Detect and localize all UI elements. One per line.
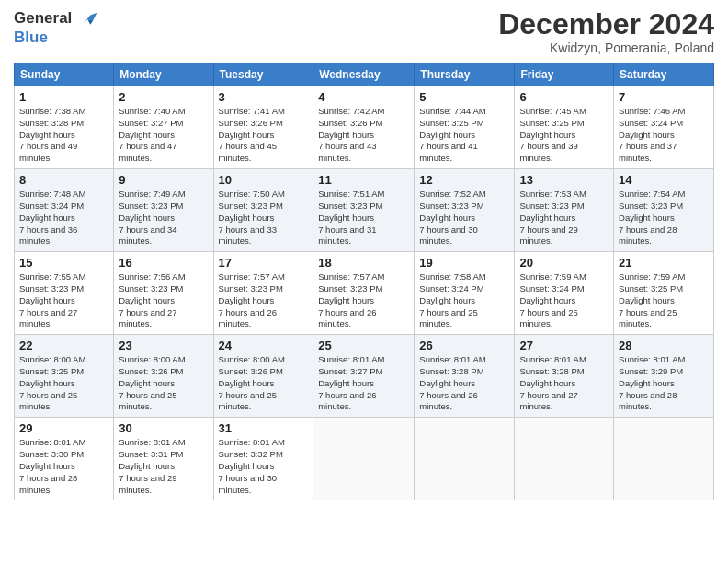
day-info: Sunrise: 7:53 AM Sunset: 3:23 PM Dayligh…: [519, 189, 609, 247]
day-info: Sunrise: 7:58 AM Sunset: 3:24 PM Dayligh…: [419, 271, 509, 330]
day-number: 24: [219, 339, 309, 352]
col-header-sunday: Sunday: [15, 63, 114, 86]
month-title: December 2024: [498, 9, 714, 39]
week-row-5: 29 Sunrise: 8:01 AM Sunset: 3:30 PM Dayl…: [15, 418, 714, 500]
day-number: 12: [419, 173, 509, 187]
day-number: 25: [318, 339, 409, 352]
calendar-table: SundayMondayTuesdayWednesdayThursdayFrid…: [14, 63, 714, 500]
day-number: 1: [19, 90, 108, 104]
week-row-4: 22 Sunrise: 8:00 AM Sunset: 3:25 PM Dayl…: [15, 335, 714, 418]
day-cell: 4 Sunrise: 7:42 AM Sunset: 3:26 PM Dayli…: [313, 86, 415, 169]
week-row-1: 1 Sunrise: 7:38 AM Sunset: 3:28 PM Dayli…: [15, 86, 714, 169]
day-cell: 11 Sunrise: 7:51 AM Sunset: 3:23 PM Dayl…: [313, 169, 415, 252]
col-header-saturday: Saturday: [614, 63, 714, 86]
day-cell: 19 Sunrise: 7:58 AM Sunset: 3:24 PM Dayl…: [415, 252, 515, 335]
header-row: SundayMondayTuesdayWednesdayThursdayFrid…: [15, 63, 714, 86]
day-cell: 31 Sunrise: 8:01 AM Sunset: 3:32 PM Dayl…: [213, 418, 313, 500]
col-header-monday: Monday: [114, 63, 213, 86]
day-info: Sunrise: 7:38 AM Sunset: 3:28 PM Dayligh…: [19, 106, 108, 165]
day-cell: 23 Sunrise: 8:00 AM Sunset: 3:26 PM Dayl…: [114, 335, 213, 418]
day-number: 22: [19, 339, 108, 352]
day-info: Sunrise: 8:01 AM Sunset: 3:31 PM Dayligh…: [119, 437, 208, 496]
day-number: 16: [119, 256, 208, 270]
day-number: 4: [318, 90, 409, 104]
day-info: Sunrise: 7:59 AM Sunset: 3:25 PM Dayligh…: [619, 271, 709, 330]
logo-line2: Blue: [14, 29, 98, 47]
day-number: 28: [619, 339, 709, 352]
day-number: 5: [419, 90, 509, 104]
day-info: Sunrise: 7:52 AM Sunset: 3:23 PM Dayligh…: [419, 189, 509, 247]
day-number: 2: [119, 90, 208, 104]
day-cell: [515, 418, 614, 500]
day-cell: 12 Sunrise: 7:52 AM Sunset: 3:23 PM Dayl…: [415, 169, 515, 252]
logo-line1: General: [14, 9, 98, 29]
day-cell: [614, 418, 714, 500]
day-number: 27: [519, 339, 609, 352]
day-cell: 3 Sunrise: 7:41 AM Sunset: 3:26 PM Dayli…: [213, 86, 313, 169]
day-info: Sunrise: 8:00 AM Sunset: 3:25 PM Dayligh…: [19, 354, 108, 413]
day-cell: 24 Sunrise: 8:00 AM Sunset: 3:26 PM Dayl…: [213, 335, 313, 418]
day-number: 10: [219, 173, 309, 187]
day-number: 6: [519, 90, 609, 104]
day-number: 23: [119, 339, 208, 352]
day-info: Sunrise: 8:01 AM Sunset: 3:28 PM Dayligh…: [419, 354, 509, 413]
day-number: 11: [318, 173, 409, 187]
day-info: Sunrise: 7:45 AM Sunset: 3:25 PM Dayligh…: [519, 106, 609, 165]
day-number: 21: [619, 256, 709, 270]
day-info: Sunrise: 8:01 AM Sunset: 3:32 PM Dayligh…: [219, 437, 309, 496]
day-number: 20: [519, 256, 609, 270]
day-number: 3: [219, 90, 309, 104]
day-info: Sunrise: 8:01 AM Sunset: 3:28 PM Dayligh…: [519, 354, 609, 413]
day-cell: 13 Sunrise: 7:53 AM Sunset: 3:23 PM Dayl…: [515, 169, 614, 252]
day-cell: 7 Sunrise: 7:46 AM Sunset: 3:24 PM Dayli…: [614, 86, 714, 169]
day-info: Sunrise: 7:49 AM Sunset: 3:23 PM Dayligh…: [119, 189, 208, 247]
day-number: 17: [219, 256, 309, 270]
day-cell: 9 Sunrise: 7:49 AM Sunset: 3:23 PM Dayli…: [114, 169, 213, 252]
day-number: 15: [19, 256, 108, 270]
col-header-friday: Friday: [515, 63, 614, 86]
day-info: Sunrise: 8:01 AM Sunset: 3:29 PM Dayligh…: [619, 354, 709, 413]
day-cell: 16 Sunrise: 7:56 AM Sunset: 3:23 PM Dayl…: [114, 252, 213, 335]
day-info: Sunrise: 8:00 AM Sunset: 3:26 PM Dayligh…: [219, 354, 309, 413]
page: General Blue December 2024 Kwidzyn, Pome…: [0, 0, 728, 563]
day-info: Sunrise: 7:46 AM Sunset: 3:24 PM Dayligh…: [619, 106, 709, 165]
day-info: Sunrise: 7:44 AM Sunset: 3:25 PM Dayligh…: [419, 106, 509, 165]
day-info: Sunrise: 7:40 AM Sunset: 3:27 PM Dayligh…: [119, 106, 208, 165]
day-number: 7: [619, 90, 709, 104]
day-cell: 28 Sunrise: 8:01 AM Sunset: 3:29 PM Dayl…: [614, 335, 714, 418]
day-info: Sunrise: 7:41 AM Sunset: 3:26 PM Dayligh…: [219, 106, 309, 165]
day-info: Sunrise: 7:48 AM Sunset: 3:24 PM Dayligh…: [19, 189, 108, 247]
day-cell: 20 Sunrise: 7:59 AM Sunset: 3:24 PM Dayl…: [515, 252, 614, 335]
day-cell: 27 Sunrise: 8:01 AM Sunset: 3:28 PM Dayl…: [515, 335, 614, 418]
title-area: December 2024 Kwidzyn, Pomerania, Poland: [498, 9, 714, 55]
day-number: 30: [119, 421, 208, 435]
day-cell: 25 Sunrise: 8:01 AM Sunset: 3:27 PM Dayl…: [313, 335, 415, 418]
day-cell: 21 Sunrise: 7:59 AM Sunset: 3:25 PM Dayl…: [614, 252, 714, 335]
day-cell: 30 Sunrise: 8:01 AM Sunset: 3:31 PM Dayl…: [114, 418, 213, 500]
logo: General Blue: [14, 9, 98, 47]
day-cell: 29 Sunrise: 8:01 AM Sunset: 3:30 PM Dayl…: [15, 418, 114, 500]
day-number: 14: [619, 173, 709, 187]
col-header-tuesday: Tuesday: [213, 63, 313, 86]
subtitle: Kwidzyn, Pomerania, Poland: [498, 40, 714, 55]
day-cell: 14 Sunrise: 7:54 AM Sunset: 3:23 PM Dayl…: [614, 169, 714, 252]
day-info: Sunrise: 8:00 AM Sunset: 3:26 PM Dayligh…: [119, 354, 208, 413]
day-info: Sunrise: 7:42 AM Sunset: 3:26 PM Dayligh…: [318, 106, 409, 165]
col-header-thursday: Thursday: [415, 63, 515, 86]
day-cell: [313, 418, 415, 500]
day-info: Sunrise: 7:51 AM Sunset: 3:23 PM Dayligh…: [318, 189, 409, 247]
day-cell: 1 Sunrise: 7:38 AM Sunset: 3:28 PM Dayli…: [15, 86, 114, 169]
day-cell: 26 Sunrise: 8:01 AM Sunset: 3:28 PM Dayl…: [415, 335, 515, 418]
day-cell: 18 Sunrise: 7:57 AM Sunset: 3:23 PM Dayl…: [313, 252, 415, 335]
day-cell: 22 Sunrise: 8:00 AM Sunset: 3:25 PM Dayl…: [15, 335, 114, 418]
week-row-2: 8 Sunrise: 7:48 AM Sunset: 3:24 PM Dayli…: [15, 169, 714, 252]
col-header-wednesday: Wednesday: [313, 63, 415, 86]
day-info: Sunrise: 8:01 AM Sunset: 3:30 PM Dayligh…: [19, 437, 108, 496]
day-number: 13: [519, 173, 609, 187]
day-info: Sunrise: 7:57 AM Sunset: 3:23 PM Dayligh…: [318, 271, 409, 330]
day-number: 26: [419, 339, 509, 352]
day-cell: 10 Sunrise: 7:50 AM Sunset: 3:23 PM Dayl…: [213, 169, 313, 252]
day-number: 19: [419, 256, 509, 270]
day-number: 29: [19, 421, 108, 435]
day-number: 8: [19, 173, 108, 187]
